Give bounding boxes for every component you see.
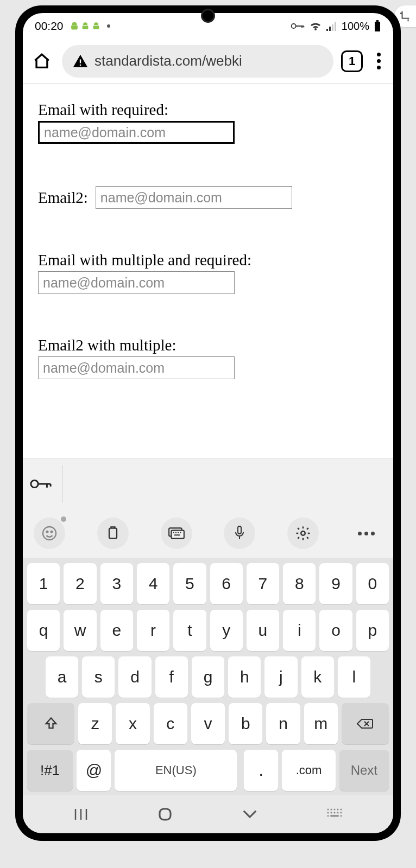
key-g[interactable]: g — [192, 656, 224, 698]
key-l[interactable]: l — [338, 656, 370, 698]
autofill-strip — [23, 458, 393, 509]
key-space[interactable]: EN(US) — [115, 750, 237, 791]
status-clock: 00:20 — [35, 20, 64, 33]
keyboard-toolbar — [23, 509, 393, 558]
key-r[interactable]: r — [137, 610, 169, 651]
keyboard-row-numbers: 1 2 3 4 5 6 7 8 9 0 — [27, 563, 389, 604]
key-5[interactable]: 5 — [173, 563, 206, 604]
front-camera — [201, 9, 215, 23]
label-email-multiple-required: Email with multiple and required: — [38, 251, 378, 269]
key-x[interactable]: x — [116, 703, 149, 744]
key-9[interactable]: 9 — [319, 563, 352, 604]
key-m[interactable]: m — [304, 703, 338, 744]
svg-rect-16 — [238, 526, 241, 534]
svg-point-31 — [341, 815, 342, 817]
key-6[interactable]: 6 — [210, 563, 243, 604]
svg-point-20 — [331, 809, 332, 810]
svg-rect-6 — [376, 20, 379, 22]
key-u[interactable]: u — [247, 610, 279, 651]
key-d[interactable]: d — [118, 656, 151, 698]
svg-point-23 — [341, 809, 342, 810]
key-a[interactable]: a — [46, 656, 78, 698]
input-email2-multiple[interactable] — [38, 356, 235, 379]
key-w[interactable]: w — [64, 610, 96, 651]
key-q[interactable]: q — [27, 610, 60, 651]
notification-dot — [107, 24, 110, 28]
key-j[interactable]: j — [264, 656, 297, 698]
keyboard-row-2: a s d f g h j k l — [27, 656, 389, 698]
voice-input-button[interactable] — [224, 518, 255, 549]
key-o[interactable]: o — [319, 610, 352, 651]
input-email-multiple-required[interactable] — [38, 271, 235, 294]
key-symbols[interactable]: !#1 — [27, 750, 73, 791]
svg-point-21 — [334, 809, 336, 810]
svg-point-9 — [31, 480, 38, 487]
input-email-required[interactable] — [38, 121, 235, 144]
svg-point-22 — [337, 809, 339, 810]
key-next[interactable]: Next — [339, 750, 389, 791]
url-bar[interactable]: standardista.com/webki — [62, 45, 333, 78]
label-email2: Email2: — [38, 189, 88, 207]
phone-frame: 00:20 100% — [15, 5, 401, 841]
key-7[interactable]: 7 — [247, 563, 279, 604]
svg-rect-30 — [330, 815, 339, 817]
keyboard-mode-button[interactable] — [161, 518, 192, 549]
key-p[interactable]: p — [356, 610, 389, 651]
keyboard-hide-button[interactable] — [326, 808, 343, 821]
battery-text: 100% — [342, 20, 369, 33]
key-s[interactable]: s — [82, 656, 115, 698]
key-t[interactable]: t — [173, 610, 206, 651]
home-button[interactable] — [29, 49, 54, 74]
password-autofill-button[interactable] — [29, 477, 52, 491]
key-n[interactable]: n — [266, 703, 300, 744]
svg-rect-2 — [329, 27, 331, 31]
key-b[interactable]: b — [229, 703, 262, 744]
svg-point-25 — [331, 812, 332, 814]
svg-point-27 — [337, 812, 339, 814]
input-email2[interactable] — [96, 186, 292, 209]
settings-button[interactable] — [287, 518, 319, 549]
key-at[interactable]: @ — [77, 750, 111, 791]
svg-rect-13 — [109, 528, 117, 539]
vpn-key-icon — [291, 22, 305, 30]
key-shift[interactable] — [27, 703, 74, 744]
overflow-menu-button[interactable] — [370, 53, 387, 69]
svg-rect-3 — [332, 24, 333, 31]
key-c[interactable]: c — [154, 703, 187, 744]
key-2[interactable]: 2 — [64, 563, 96, 604]
more-button[interactable] — [351, 518, 382, 549]
key-dotcom[interactable]: .com — [282, 750, 335, 791]
svg-rect-8 — [80, 64, 81, 65]
divider — [62, 465, 62, 503]
svg-rect-7 — [80, 59, 81, 63]
key-y[interactable]: y — [210, 610, 243, 651]
svg-point-26 — [334, 812, 336, 814]
key-i[interactable]: i — [283, 610, 316, 651]
key-3[interactable]: 3 — [100, 563, 133, 604]
label-email2-multiple: Email2 with multiple: — [38, 336, 378, 354]
key-0[interactable]: 0 — [356, 563, 389, 604]
keyboard-row-3: z x c v b n m — [27, 703, 389, 744]
keyboard: 1 2 3 4 5 6 7 8 9 0 q w e r t y u i o — [23, 558, 393, 795]
home-nav-button[interactable] — [157, 806, 173, 822]
tabs-button[interactable]: 1 — [341, 50, 363, 72]
key-h[interactable]: h — [228, 656, 261, 698]
recents-button[interactable] — [73, 808, 89, 821]
key-8[interactable]: 8 — [283, 563, 316, 604]
field-email-multiple-required: Email with multiple and required: — [38, 251, 378, 294]
key-z[interactable]: z — [78, 703, 112, 744]
emoji-button[interactable] — [34, 518, 65, 549]
field-email2-multiple: Email2 with multiple: — [38, 336, 378, 379]
key-f[interactable]: f — [155, 656, 188, 698]
back-button[interactable] — [242, 809, 258, 820]
key-4[interactable]: 4 — [137, 563, 169, 604]
key-period[interactable]: . — [244, 750, 278, 791]
key-backspace[interactable] — [342, 703, 389, 744]
key-k[interactable]: k — [301, 656, 334, 698]
svg-point-29 — [327, 815, 329, 817]
web-content[interactable]: Email with required: Email2: Email with … — [23, 84, 393, 458]
key-1[interactable]: 1 — [27, 563, 60, 604]
clipboard-button[interactable] — [97, 518, 129, 549]
key-v[interactable]: v — [191, 703, 225, 744]
key-e[interactable]: e — [100, 610, 133, 651]
